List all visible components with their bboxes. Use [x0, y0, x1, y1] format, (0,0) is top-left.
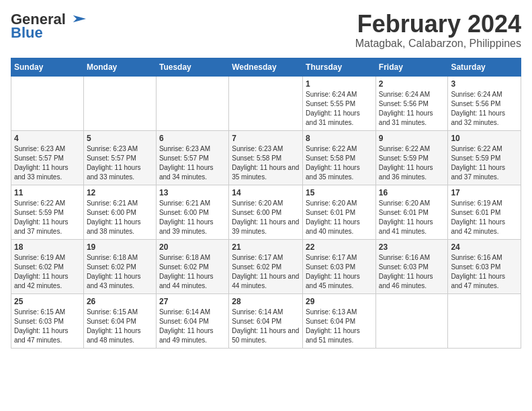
day-cell: 23Sunrise: 6:16 AM Sunset: 6:03 PM Dayli… — [375, 239, 448, 293]
day-info: Sunrise: 6:22 AM Sunset: 5:59 PM Dayligh… — [379, 144, 445, 182]
day-info: Sunrise: 6:16 AM Sunset: 6:03 PM Dayligh… — [379, 253, 445, 291]
day-info: Sunrise: 6:21 AM Sunset: 6:00 PM Dayligh… — [159, 199, 226, 236]
day-info: Sunrise: 6:23 AM Sunset: 5:57 PM Dayligh… — [14, 144, 81, 182]
day-cell: 7Sunrise: 6:23 AM Sunset: 5:58 PM Daylig… — [229, 130, 303, 185]
day-info: Sunrise: 6:15 AM Sunset: 6:03 PM Dayligh… — [14, 308, 81, 345]
day-cell: 9Sunrise: 6:22 AM Sunset: 5:59 PM Daylig… — [375, 130, 448, 185]
day-number: 18 — [14, 242, 81, 252]
day-number: 7 — [232, 134, 300, 143]
day-info: Sunrise: 6:19 AM Sunset: 6:01 PM Dayligh… — [451, 199, 518, 236]
col-header-friday: Friday — [375, 58, 448, 76]
day-cell: 20Sunrise: 6:18 AM Sunset: 6:02 PM Dayli… — [156, 239, 228, 293]
day-info: Sunrise: 6:18 AM Sunset: 6:02 PM Dayligh… — [87, 253, 153, 291]
day-info: Sunrise: 6:24 AM Sunset: 5:56 PM Dayligh… — [379, 90, 445, 128]
calendar-table: SundayMondayTuesdayWednesdayThursdayFrid… — [11, 58, 521, 349]
day-number: 26 — [87, 297, 153, 306]
col-header-tuesday: Tuesday — [156, 58, 228, 76]
day-number: 23 — [379, 242, 445, 252]
day-info: Sunrise: 6:23 AM Sunset: 5:57 PM Dayligh… — [159, 144, 226, 182]
day-info: Sunrise: 6:20 AM Sunset: 6:01 PM Dayligh… — [379, 199, 445, 236]
day-number: 22 — [306, 242, 373, 252]
logo-arrow-icon — [67, 13, 86, 24]
svg-marker-0 — [73, 15, 86, 23]
day-number: 11 — [14, 188, 81, 197]
day-info: Sunrise: 6:22 AM Sunset: 5:58 PM Dayligh… — [306, 144, 373, 182]
day-number: 5 — [87, 134, 153, 143]
day-cell: 26Sunrise: 6:15 AM Sunset: 6:04 PM Dayli… — [83, 293, 156, 348]
day-info: Sunrise: 6:21 AM Sunset: 6:00 PM Dayligh… — [87, 199, 153, 236]
day-info: Sunrise: 6:18 AM Sunset: 6:02 PM Dayligh… — [159, 253, 226, 291]
day-info: Sunrise: 6:20 AM Sunset: 6:00 PM Dayligh… — [232, 199, 300, 236]
day-cell: 19Sunrise: 6:18 AM Sunset: 6:02 PM Dayli… — [83, 239, 156, 293]
col-header-thursday: Thursday — [303, 58, 376, 76]
day-number: 12 — [87, 188, 153, 197]
day-number: 17 — [451, 188, 518, 197]
header: General Blue February 2024 Matagbak, Cal… — [11, 11, 521, 50]
day-cell: 5Sunrise: 6:23 AM Sunset: 5:57 PM Daylig… — [83, 130, 156, 185]
day-number: 27 — [159, 297, 226, 306]
day-number: 6 — [159, 134, 226, 143]
col-header-monday: Monday — [83, 58, 156, 76]
day-cell: 4Sunrise: 6:23 AM Sunset: 5:57 PM Daylig… — [11, 130, 84, 185]
day-cell: 18Sunrise: 6:19 AM Sunset: 6:02 PM Dayli… — [11, 239, 84, 293]
day-number: 21 — [232, 242, 300, 252]
day-cell — [375, 293, 448, 348]
day-info: Sunrise: 6:17 AM Sunset: 6:02 PM Dayligh… — [232, 253, 300, 291]
day-cell: 3Sunrise: 6:24 AM Sunset: 5:56 PM Daylig… — [448, 76, 521, 130]
day-cell: 29Sunrise: 6:13 AM Sunset: 6:04 PM Dayli… — [303, 293, 376, 348]
day-info: Sunrise: 6:20 AM Sunset: 6:01 PM Dayligh… — [306, 199, 373, 236]
day-info: Sunrise: 6:14 AM Sunset: 6:04 PM Dayligh… — [159, 308, 226, 345]
day-cell: 6Sunrise: 6:23 AM Sunset: 5:57 PM Daylig… — [156, 130, 228, 185]
day-cell: 16Sunrise: 6:20 AM Sunset: 6:01 PM Dayli… — [375, 185, 448, 239]
day-number: 10 — [451, 134, 518, 143]
day-number: 13 — [159, 188, 226, 197]
week-row-5: 25Sunrise: 6:15 AM Sunset: 6:03 PM Dayli… — [11, 293, 521, 348]
day-cell — [229, 76, 303, 130]
col-header-wednesday: Wednesday — [229, 58, 303, 76]
week-row-4: 18Sunrise: 6:19 AM Sunset: 6:02 PM Dayli… — [11, 239, 521, 293]
week-row-2: 4Sunrise: 6:23 AM Sunset: 5:57 PM Daylig… — [11, 130, 521, 185]
location-title: Matagbak, Calabarzon, Philippines — [355, 38, 521, 50]
day-number: 15 — [306, 188, 373, 197]
day-cell: 28Sunrise: 6:14 AM Sunset: 6:04 PM Dayli… — [229, 293, 303, 348]
day-cell: 15Sunrise: 6:20 AM Sunset: 6:01 PM Dayli… — [303, 185, 376, 239]
day-cell: 17Sunrise: 6:19 AM Sunset: 6:01 PM Dayli… — [448, 185, 521, 239]
day-info: Sunrise: 6:16 AM Sunset: 6:03 PM Dayligh… — [451, 253, 518, 291]
month-title: February 2024 — [355, 11, 521, 38]
logo: General Blue — [11, 11, 86, 42]
day-info: Sunrise: 6:22 AM Sunset: 5:59 PM Dayligh… — [451, 144, 518, 182]
day-info: Sunrise: 6:13 AM Sunset: 6:04 PM Dayligh… — [306, 308, 373, 345]
day-cell: 2Sunrise: 6:24 AM Sunset: 5:56 PM Daylig… — [375, 76, 448, 130]
day-cell: 8Sunrise: 6:22 AM Sunset: 5:58 PM Daylig… — [303, 130, 376, 185]
day-cell — [448, 293, 521, 348]
day-cell: 22Sunrise: 6:17 AM Sunset: 6:03 PM Dayli… — [303, 239, 376, 293]
day-cell: 24Sunrise: 6:16 AM Sunset: 6:03 PM Dayli… — [448, 239, 521, 293]
day-info: Sunrise: 6:24 AM Sunset: 5:55 PM Dayligh… — [306, 90, 373, 128]
day-cell — [156, 76, 228, 130]
day-info: Sunrise: 6:23 AM Sunset: 5:58 PM Dayligh… — [232, 144, 300, 182]
day-cell: 13Sunrise: 6:21 AM Sunset: 6:00 PM Dayli… — [156, 185, 228, 239]
day-cell: 25Sunrise: 6:15 AM Sunset: 6:03 PM Dayli… — [11, 293, 84, 348]
title-block: February 2024 Matagbak, Calabarzon, Phil… — [355, 11, 521, 50]
day-cell: 1Sunrise: 6:24 AM Sunset: 5:55 PM Daylig… — [303, 76, 376, 130]
day-cell: 12Sunrise: 6:21 AM Sunset: 6:00 PM Dayli… — [83, 185, 156, 239]
day-number: 8 — [306, 134, 373, 143]
day-info: Sunrise: 6:15 AM Sunset: 6:04 PM Dayligh… — [87, 308, 153, 345]
day-number: 28 — [232, 297, 300, 306]
week-row-3: 11Sunrise: 6:22 AM Sunset: 5:59 PM Dayli… — [11, 185, 521, 239]
week-row-1: 1Sunrise: 6:24 AM Sunset: 5:55 PM Daylig… — [11, 76, 521, 130]
col-header-sunday: Sunday — [11, 58, 84, 76]
day-info: Sunrise: 6:14 AM Sunset: 6:04 PM Dayligh… — [232, 308, 300, 345]
logo-blue: Blue — [11, 24, 43, 42]
day-info: Sunrise: 6:23 AM Sunset: 5:57 PM Dayligh… — [87, 144, 153, 182]
day-info: Sunrise: 6:17 AM Sunset: 6:03 PM Dayligh… — [306, 253, 373, 291]
col-header-saturday: Saturday — [448, 58, 521, 76]
day-number: 16 — [379, 188, 445, 197]
day-number: 24 — [451, 242, 518, 252]
day-number: 4 — [14, 134, 81, 143]
day-cell — [83, 76, 156, 130]
day-cell: 11Sunrise: 6:22 AM Sunset: 5:59 PM Dayli… — [11, 185, 84, 239]
day-cell: 14Sunrise: 6:20 AM Sunset: 6:00 PM Dayli… — [229, 185, 303, 239]
day-number: 14 — [232, 188, 300, 197]
day-info: Sunrise: 6:24 AM Sunset: 5:56 PM Dayligh… — [451, 90, 518, 128]
